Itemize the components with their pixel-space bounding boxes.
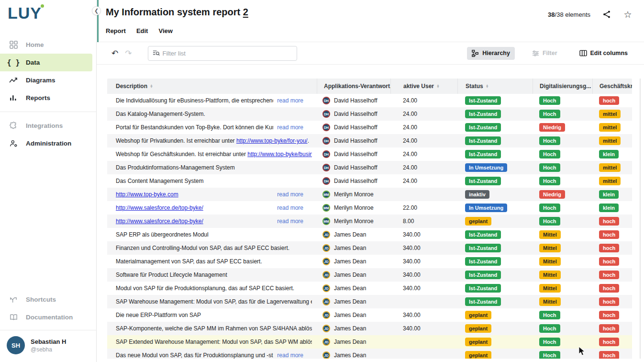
read-more-link[interactable]: read more [277, 204, 303, 211]
read-more-link[interactable]: read more [277, 352, 303, 359]
table-row[interactable]: Webshop für Geschäftskunden. Ist erreich… [107, 147, 632, 161]
page-header: My Information system report 2 38/38 ele… [97, 0, 644, 42]
status-badge-cell: In Umsetzung [457, 161, 533, 174]
table-row[interactable]: Portal für Bestandskunden von Top-Byke. … [107, 121, 632, 134]
menu-edit[interactable]: Edit [136, 27, 148, 34]
hierarchy-button[interactable]: Hierarchy [467, 47, 515, 60]
description-link[interactable]: http://www.top-byke/business/ [247, 151, 312, 158]
description-cell: Das Katalog-Management-System. [107, 107, 317, 121]
table-row[interactable]: http://www.salesforce.de/top-byke/read m… [107, 201, 632, 215]
table-row[interactable]: Das Katalog-Management-System.DHDavid Ha… [107, 107, 632, 121]
table-row[interactable]: Das Produktinformations-Management Syste… [107, 161, 632, 174]
scrollbar[interactable] [640, 79, 641, 359]
description-link[interactable]: http://www.salesforce.de/top-byke/ [116, 218, 203, 225]
geschaeftskritik-badge-cell: hoch [592, 308, 632, 322]
read-more-link[interactable]: read more [277, 124, 303, 131]
geschaeftskritik-badge: hoch [599, 311, 619, 319]
read-more-link[interactable]: read more [277, 97, 303, 104]
filter-button[interactable]: Filter [527, 47, 562, 59]
sort-icon[interactable]: ▲▼ [436, 84, 440, 88]
user-handle: @sebha [31, 346, 66, 353]
sidebar-item-label: Data [26, 59, 40, 66]
braces-data-icon: { } [9, 58, 18, 68]
table-row[interactable]: Die neue ERP-Plattform von SAPJDJames De… [107, 308, 632, 322]
sidebar-item-home[interactable]: Home [0, 36, 96, 54]
status-badge: Ist-Zustand [465, 284, 501, 293]
description-text: Die neue ERP-Plattform von SAP [116, 312, 312, 318]
table-row[interactable]: SAP Warehouse Management: Modul von SAP,… [107, 295, 632, 308]
description-cell: Portal für Bestandskunden von Top-Byke. … [107, 121, 317, 134]
owner-avatar: JD [322, 258, 330, 265]
user-profile[interactable]: SH Sebastian H @sebha [0, 330, 96, 362]
menu-report[interactable]: Report [106, 27, 126, 34]
hierarchy-icon [472, 50, 479, 57]
status-badge: Ist-Zustand [465, 271, 501, 279]
description-link[interactable]: http://www.top-byke/for-you/ [236, 137, 308, 144]
favorite-star-icon[interactable]: ☆ [623, 10, 633, 19]
table-row[interactable]: Finanzen und Controlling-Modul von SAP, … [107, 241, 632, 255]
share-icon[interactable] [602, 10, 611, 19]
sort-icon[interactable]: ▲▼ [150, 84, 153, 88]
owner-avatar: DH [322, 164, 330, 171]
column-header-active-user[interactable]: aktive User▲▼ [390, 79, 457, 94]
owner-cell: JDJames Dean [317, 349, 390, 359]
sidebar-item-documentation[interactable]: Documentation [0, 308, 96, 326]
table-row[interactable]: SAP-Komponente, welche die SAP MM im Rah… [107, 322, 632, 335]
table-row[interactable]: SAP ERP als übergeordnetes ModulJDJames … [107, 228, 632, 241]
menu-view[interactable]: View [158, 27, 172, 34]
active-user-cell: 8.00 [390, 215, 457, 228]
sidebar-item-diagrams[interactable]: Diagrams [0, 71, 96, 89]
active-user-cell: 340.00 [390, 268, 457, 282]
sidebar-item-integrations[interactable]: Integrations [0, 117, 96, 135]
redo-icon[interactable]: ↷ [125, 49, 132, 57]
column-header-digitalisierung[interactable]: Digitalisierungsg...▲▼ [533, 79, 592, 94]
sidebar-item-data[interactable]: { } Data [0, 54, 92, 71]
elements-count: 38/38 elements [548, 11, 590, 18]
status-badge-cell: Ist-Zustand [457, 282, 533, 295]
status-badge: geplant [465, 311, 491, 319]
table-row[interactable]: http://www.salesforce.de/top-byke/read m… [107, 215, 632, 228]
read-more-link[interactable]: read more [277, 191, 303, 198]
table-row[interactable]: Die Individuallösung für eBusiness-Platt… [107, 94, 632, 107]
digitalisierung-badge-cell: Hoch [533, 215, 592, 228]
status-badge: In Umsetzung [465, 163, 507, 172]
table-row[interactable]: SAP Extended Warehouse Management: Modul… [107, 335, 632, 349]
filter-list-input[interactable] [163, 50, 292, 57]
geschaeftskritik-badge-cell: hoch [592, 335, 632, 349]
geschaeftskritik-badge-cell: hoch [592, 215, 632, 228]
column-header-owner[interactable]: Applikations-Verantwort...▲▼ [317, 79, 390, 94]
table-row[interactable]: Materialmanagement von SAP, das auf SAP … [107, 255, 632, 268]
sidebar-collapse-button[interactable]: ❮ [92, 6, 101, 15]
geschaeftskritik-badge: hoch [599, 217, 619, 226]
status-badge: Ist-Zustand [465, 96, 501, 105]
geschaeftskritik-badge: klein [599, 190, 619, 199]
sidebar-item-reports[interactable]: Reports [0, 89, 96, 107]
description-cell: SAP-Komponente, welche die SAP MM im Rah… [107, 322, 317, 335]
column-header-description[interactable]: Description▲▼ [107, 79, 317, 94]
owner-name: James Dean [334, 285, 366, 292]
digitalisierung-badge: Mittel [539, 257, 561, 266]
description-cell: Modul von SAP für die Produktionsplanung… [107, 282, 317, 295]
edit-columns-button[interactable]: Edit columns [575, 47, 633, 59]
table-row[interactable]: Modul von SAP für die Produktionsplanung… [107, 282, 632, 295]
description-link[interactable]: http://www.top-byke.com [116, 191, 178, 198]
sidebar-item-administration[interactable]: Administration [0, 135, 96, 152]
logo-dot [41, 4, 44, 8]
sidebar-bottom-nav: Shortcuts Documentation [0, 291, 96, 326]
table-row[interactable]: Software für Product Lifecycle Managemen… [107, 268, 632, 282]
table-row[interactable]: Das Content Management SystemDHDavid Has… [107, 174, 632, 188]
column-header-status[interactable]: Status▲▼ [457, 79, 533, 94]
active-user-cell: 24.00 [390, 121, 457, 134]
filter-list-field[interactable] [148, 46, 297, 61]
table-row[interactable]: Webshop für Privatkunden. Ist erreichbar… [107, 134, 632, 147]
read-more-link[interactable]: read more [277, 218, 303, 225]
sidebar-item-shortcuts[interactable]: Shortcuts [0, 291, 96, 308]
table-row[interactable]: http://www.top-byke.comread moreMMMerily… [107, 188, 632, 201]
table-row[interactable]: Das neue Modul von SAP, das für Produkti… [107, 349, 632, 359]
description-link[interactable]: http://www.salesforce.de/top-byke/ [116, 204, 203, 211]
undo-icon[interactable]: ↶ [111, 49, 118, 57]
status-badge: Ist-Zustand [465, 230, 501, 239]
owner-name: James Dean [334, 312, 366, 318]
sort-icon[interactable]: ▲▼ [486, 84, 489, 88]
column-header-geschaeftskritik[interactable]: Geschäftskritik [592, 79, 632, 94]
